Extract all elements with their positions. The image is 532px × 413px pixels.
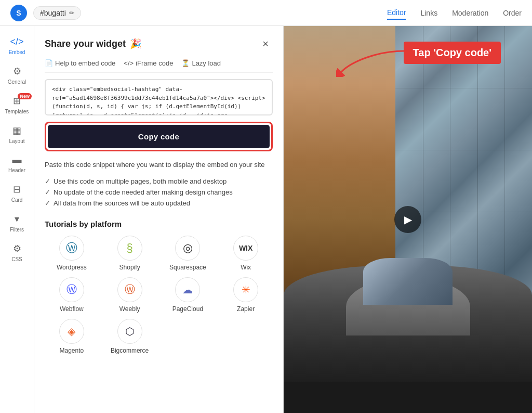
party-emoji: 🎉: [130, 38, 141, 49]
nav-links[interactable]: Links: [420, 7, 437, 19]
sidebar-item-general[interactable]: ⚙ General: [0, 60, 34, 90]
preview-area: ▶ Tap 'Copy code': [284, 26, 532, 413]
sidebar-item-label: Card: [11, 197, 23, 203]
platform-label: Wordpress: [57, 264, 87, 271]
code-icon: </>: [124, 59, 134, 67]
layout-icon: ▦: [12, 125, 21, 136]
code-tabs: 📄 Help to embed code </> iFrame code ⏳ L…: [45, 59, 273, 73]
shopify-icon: §: [117, 236, 142, 261]
sidebar-item-label: Embed: [9, 49, 25, 55]
sidebar-item-templates[interactable]: New ⊞ Templates: [0, 90, 34, 120]
platform-shopify[interactable]: § Shopify: [103, 236, 157, 271]
platform-label: Shopify: [119, 264, 140, 271]
share-widget-panel: Share your widget 🎉 × 📄 Help to embed co…: [34, 26, 284, 413]
platform-label: Webflow: [60, 305, 84, 313]
nav-moderation[interactable]: Moderation: [452, 7, 488, 19]
card-icon: ⊟: [13, 184, 21, 195]
ground: [284, 382, 532, 413]
sidebar-item-label: CSS: [11, 256, 22, 262]
copy-button-wrapper: Copy code: [45, 122, 273, 151]
pagecloud-icon: ☁: [175, 277, 200, 302]
nav-editor[interactable]: Editor: [387, 6, 406, 20]
platform-weebly[interactable]: Ⓦ Weebly: [103, 277, 157, 313]
platform-squarespace[interactable]: ◎ Squarespace: [161, 236, 215, 271]
gear-icon: ⚙: [13, 66, 21, 77]
platform-webflow[interactable]: Ⓦ Webflow: [45, 277, 99, 313]
platform-label: Zapier: [237, 305, 255, 313]
hashtag-text: #bugatti: [40, 9, 66, 17]
help-embed-tab[interactable]: 📄 Help to embed code: [45, 59, 115, 67]
sidebar-item-card[interactable]: ⊟ Card: [0, 178, 34, 208]
paste-info-text: Paste this code snippet where you want t…: [45, 160, 273, 170]
code-snippet: <div class="embedsocial-hashtag" data-re…: [45, 79, 273, 115]
sidebar-item-filters[interactable]: ▾ Filters: [0, 208, 34, 238]
platform-bigcommerce[interactable]: ⬡ Bigcommerce: [103, 319, 157, 354]
sidebar-item-css[interactable]: ⚙ CSS: [0, 238, 34, 267]
preview-content: ▶ Tap 'Copy code': [284, 26, 532, 413]
check-icon: ✓: [45, 177, 50, 185]
left-sidebar: </> Embed ⚙ General New ⊞ Templates ▦ La…: [0, 26, 34, 413]
platform-label: Weebly: [119, 305, 140, 313]
hashtag-pill[interactable]: #bugatti ✏: [33, 6, 81, 20]
platform-label: PageCloud: [172, 305, 203, 313]
sidebar-item-label: Templates: [5, 109, 29, 114]
play-button[interactable]: ▶: [394, 206, 421, 233]
platform-label: Bigcommerce: [111, 347, 149, 354]
close-button[interactable]: ×: [258, 36, 273, 51]
check-icon: ✓: [45, 188, 50, 196]
feature-item: ✓ Use this code on multiple pages, both …: [45, 177, 273, 185]
header-icon: ▬: [12, 154, 22, 165]
platform-magento[interactable]: ◈ Magento: [45, 319, 99, 354]
annotation-arrow: [336, 46, 409, 77]
platform-label: Wix: [241, 264, 251, 271]
wix-icon: WIX: [233, 236, 258, 261]
bigcommerce-icon: ⬡: [117, 319, 142, 344]
panel-header: Share your widget 🎉 ×: [45, 36, 273, 51]
sidebar-item-header[interactable]: ▬ Header: [0, 149, 34, 178]
embed-icon: </>: [10, 36, 23, 47]
filter-icon: ▾: [15, 213, 19, 225]
car-windshield: [363, 258, 453, 304]
css-icon: ⚙: [13, 243, 21, 254]
sidebar-item-label: General: [8, 79, 26, 85]
copy-code-button[interactable]: Copy code: [48, 125, 270, 148]
annotation-container: Tap 'Copy code': [404, 42, 501, 64]
feature-item: ✓ All data from the sources will be auto…: [45, 199, 273, 207]
lazy-load-tab[interactable]: ⏳ Lazy load: [181, 59, 221, 67]
check-icon: ✓: [45, 199, 50, 207]
squarespace-icon: ◎: [175, 236, 200, 261]
timer-icon: ⏳: [181, 59, 190, 67]
car-scene: ▶ Tap 'Copy code': [284, 26, 532, 413]
main-layout: </> Embed ⚙ General New ⊞ Templates ▦ La…: [0, 26, 532, 413]
new-badge: New: [18, 93, 32, 99]
sidebar-item-layout[interactable]: ▦ Layout: [0, 120, 34, 149]
platform-label: Magento: [60, 347, 84, 354]
tutorials-title: Tutorials by platform: [45, 220, 273, 228]
wordpress-icon: Ⓦ: [59, 236, 84, 261]
zapier-icon: ✳: [233, 277, 258, 302]
platform-wordpress[interactable]: Ⓦ Wordpress: [45, 236, 99, 271]
nav-order[interactable]: Order: [503, 7, 522, 19]
feature-item: ✓ No update of the code needed after mak…: [45, 188, 273, 196]
features-list: ✓ Use this code on multiple pages, both …: [45, 177, 273, 207]
platform-pagecloud[interactable]: ☁ PageCloud: [161, 277, 215, 313]
doc-icon: 📄: [45, 59, 53, 67]
webflow-icon: Ⓦ: [59, 277, 84, 302]
platform-zapier[interactable]: ✳ Zapier: [219, 277, 273, 313]
app-logo: S: [10, 5, 27, 21]
panel-title: Share your widget 🎉: [45, 38, 141, 49]
sidebar-item-embed[interactable]: </> Embed: [0, 31, 34, 60]
annotation-label: Tap 'Copy code': [404, 42, 501, 64]
edit-icon[interactable]: ✏: [69, 9, 74, 17]
weebly-icon: Ⓦ: [117, 277, 142, 302]
sidebar-item-label: Filters: [10, 227, 24, 233]
top-nav: S #bugatti ✏ Editor Links Moderation Ord…: [0, 0, 532, 26]
platform-grid: Ⓦ Wordpress § Shopify ◎ Squarespace WIX …: [45, 236, 273, 354]
iframe-tab[interactable]: </> iFrame code: [124, 59, 173, 67]
magento-icon: ◈: [59, 319, 84, 344]
sidebar-item-label: Header: [8, 167, 25, 173]
sidebar-item-label: Layout: [9, 138, 24, 144]
platform-wix[interactable]: WIX Wix: [219, 236, 273, 271]
platform-label: Squarespace: [169, 264, 206, 271]
nav-right: Editor Links Moderation Order: [387, 6, 522, 20]
